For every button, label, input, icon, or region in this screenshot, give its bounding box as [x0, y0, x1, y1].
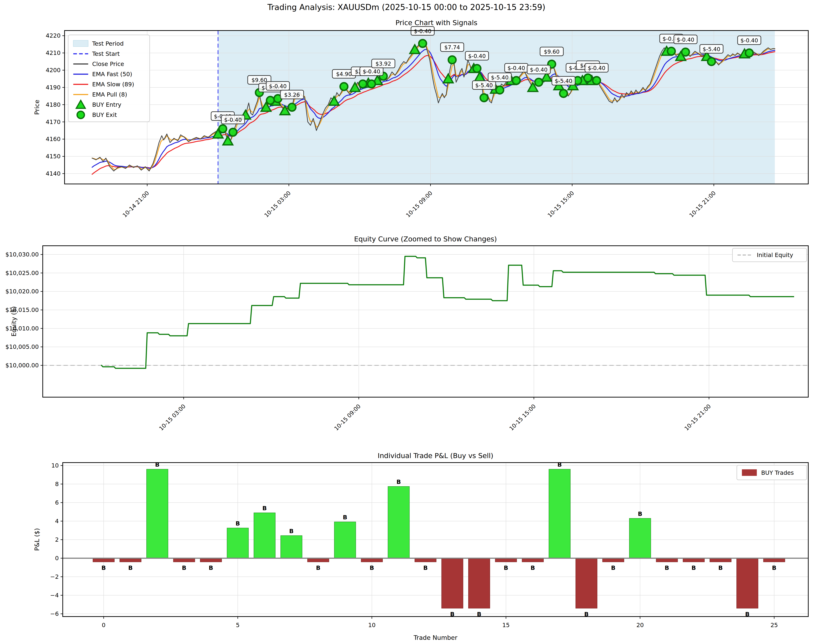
buy-exit-marker [535, 78, 543, 86]
equity-ytick-label: $10,015.00 [5, 306, 39, 314]
buy-exit-marker [512, 77, 520, 84]
pnl-xtick-label: 10 [368, 622, 376, 629]
price-ytick-label: 4210 [46, 49, 61, 57]
pnl-bar [576, 558, 597, 608]
buy-exit-marker [267, 96, 274, 104]
buy-exit-marker [496, 86, 503, 94]
pnl-bar-label: B [128, 564, 133, 571]
legend-buy-trades-swatch [742, 469, 757, 476]
annotation-label: $9.60 [252, 77, 267, 83]
price-legend-label: EMA Slow (89) [92, 81, 134, 88]
price-ytick-label: 4180 [46, 101, 61, 108]
pnl-bar-label: B [718, 564, 722, 571]
pnl-ytick-label: −2 [50, 573, 59, 580]
equity-ytick-label: $10,000.00 [5, 362, 39, 369]
pnl-bar [415, 558, 436, 562]
equity-xtick-label: 10-15 09:00 [333, 403, 362, 432]
buy-exit-marker [368, 80, 375, 88]
annotation-label: $4.90 [336, 71, 352, 77]
pnl-ytick-label: 10 [51, 462, 59, 469]
legend-test-period-swatch [73, 40, 88, 46]
buy-exit-marker [593, 77, 600, 84]
pnl-ylabel: P&L ($) [33, 528, 41, 551]
pnl-bar [522, 558, 543, 562]
pnl-ytick-label: 2 [55, 536, 59, 543]
pnl-bar-label: B [396, 479, 401, 485]
buy-exit-marker [708, 58, 715, 66]
pnl-xtick-label: 25 [770, 622, 778, 629]
price-xtick-label: 10-15 09:00 [405, 190, 434, 219]
annotation-label: $-0.40 [588, 65, 605, 71]
pnl-chart-title: Individual Trade P&L (Buy vs Sell) [378, 452, 493, 460]
test-period-span [218, 31, 775, 184]
pnl-bar-label: B [692, 564, 696, 571]
annotation-label: $-0.40 [741, 37, 758, 44]
pnl-bar [683, 558, 704, 562]
price-legend-label: EMA Pull (8) [92, 91, 127, 98]
equity-chart-title: Equity Curve (Zoomed to Show Changes) [354, 235, 497, 243]
equity-legend-label: Initial Equity [757, 252, 793, 259]
pnl-xtick-label: 15 [502, 622, 510, 629]
pnl-bar [334, 522, 356, 558]
pnl-bar-label: B [504, 564, 508, 571]
pnl-ytick-label: 4 [55, 518, 59, 525]
buy-exit-marker [667, 47, 675, 55]
price-chart: Price Chart with Signals Price $-0.40$-0… [33, 19, 808, 219]
pnl-bar-label: B [611, 564, 615, 571]
price-xtick-label: 10-15 15:00 [546, 190, 575, 219]
annotation-label: $-0.40 [530, 67, 548, 73]
price-chart-title: Price Chart with Signals [396, 19, 477, 27]
pnl-bar [495, 558, 517, 562]
equity-xtick-label: 10-15 03:00 [158, 403, 187, 432]
equity-plot-frame [43, 246, 808, 397]
annotation-label: $-0.40 [414, 28, 431, 34]
pnl-bar [468, 558, 490, 608]
annotation-label: $7.74 [445, 44, 460, 50]
buy-exit-marker [229, 128, 237, 136]
pnl-bar-label: B [235, 520, 240, 527]
equity-ytick-label: $10,025.00 [5, 269, 39, 277]
buy-exit-marker [359, 80, 367, 88]
pnl-bar [442, 558, 463, 608]
price-ytick-label: 4190 [46, 84, 61, 91]
pnl-bar-label: B [182, 564, 186, 571]
annotation-label: $-5.40 [491, 74, 509, 81]
annotation-label: $3.92 [376, 61, 391, 67]
buy-exit-marker [340, 83, 348, 90]
pnl-bar [147, 469, 168, 558]
annotation-label: $-0.40 [363, 68, 380, 75]
pnl-bar-label: B [101, 564, 106, 571]
pnl-bar-label: B [638, 510, 642, 517]
pnl-bar [710, 558, 731, 562]
trading-analysis-figure: Trading Analysis: XAUUSDm (2025-10-15 00… [0, 0, 813, 644]
pnl-bar-label: B [343, 514, 347, 521]
pnl-bar-label: B [262, 505, 267, 512]
pnl-bar [629, 519, 651, 558]
annotation-label: $9.60 [544, 49, 560, 55]
annotation-label: $-0.40 [468, 53, 486, 59]
buy-exit-marker [288, 103, 296, 111]
buy-exit-marker [480, 94, 488, 102]
pnl-legend-label: BUY Trades [761, 469, 794, 476]
buy-exit-marker [448, 56, 456, 64]
pnl-ytick-label: −6 [50, 610, 59, 617]
pnl-bar-label: B [209, 564, 213, 571]
pnl-bar [173, 558, 195, 562]
pnl-xlabel: Trade Number [414, 634, 457, 641]
equity-ytick-label: $10,010.00 [5, 325, 39, 332]
pnl-xtick-label: 20 [637, 622, 644, 629]
equity-xtick-label: 10-15 15:00 [508, 403, 537, 432]
price-ytick-label: 4170 [46, 118, 61, 125]
price-legend-label: BUY Exit [92, 112, 117, 118]
pnl-ytick-label: 8 [55, 480, 59, 488]
annotation-label: $-5.40 [703, 46, 720, 52]
equity-ytick-label: $10,005.00 [5, 343, 39, 350]
annotation-label: $-0.40 [676, 37, 694, 43]
price-ytick-label: 4220 [46, 32, 61, 39]
price-legend-label: Test Period [92, 40, 124, 47]
equity-chart: Equity Curve (Zoomed to Show Changes) Eq… [5, 235, 808, 432]
pnl-ytick-label: 6 [55, 499, 59, 506]
pnl-chart: Individual Trade P&L (Buy vs Sell) P&L (… [33, 452, 808, 641]
pnl-bar-label: B [370, 564, 374, 571]
pnl-bar [656, 558, 678, 562]
